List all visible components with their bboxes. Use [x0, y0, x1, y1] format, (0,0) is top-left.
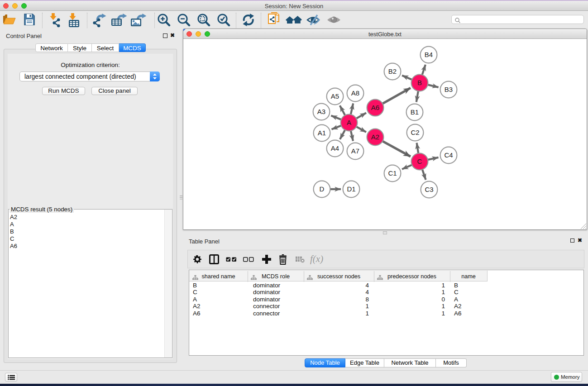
svg-text:B4: B4 [425, 51, 433, 58]
svg-text:A6: A6 [371, 104, 379, 111]
svg-text:C2: C2 [411, 129, 419, 136]
svg-text:A4: A4 [331, 144, 339, 152]
svg-text:C4: C4 [444, 151, 453, 159]
svg-text:C3: C3 [425, 186, 433, 193]
svg-text:D: D [320, 185, 325, 193]
svg-text:A8: A8 [351, 89, 359, 97]
svg-text:A2: A2 [371, 133, 379, 141]
svg-text:A3: A3 [317, 108, 325, 115]
svg-text:A5: A5 [331, 92, 339, 100]
svg-text:A: A [347, 119, 351, 126]
svg-text:B1: B1 [411, 108, 419, 116]
svg-text:C: C [417, 157, 422, 165]
svg-text:B2: B2 [388, 67, 397, 75]
svg-text:A7: A7 [351, 147, 359, 155]
svg-text:D1: D1 [347, 185, 355, 193]
svg-text:B: B [417, 79, 422, 86]
svg-text:B3: B3 [445, 86, 453, 93]
svg-text:A1: A1 [318, 129, 326, 137]
svg-text:C1: C1 [388, 169, 397, 177]
